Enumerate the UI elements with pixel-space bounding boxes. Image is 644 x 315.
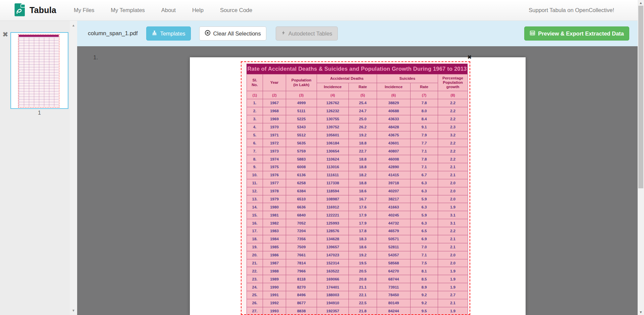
window-scroll-up-icon[interactable]: ▲ xyxy=(638,1,644,5)
window-scrollbar[interactable]: ▲ ▼ xyxy=(638,0,644,315)
thumbnail-selection-overlay xyxy=(18,34,59,108)
templates-button-label: Templates xyxy=(160,30,185,37)
navbar: Tabula My FilesMy TemplatesAboutHelpSour… xyxy=(0,0,644,21)
sidebar-scrollbar[interactable]: ▲ ▼ xyxy=(70,21,77,315)
brand-title: Tabula xyxy=(30,5,56,15)
thumbnail-page-number: 1 xyxy=(10,110,68,116)
nav-item-my-templates[interactable]: My Templates xyxy=(111,7,145,13)
autodetect-tables-label: Autodetect Tables xyxy=(288,30,332,37)
page-1-thumbnail[interactable] xyxy=(10,32,68,109)
tabula-app: Tabula My FilesMy TemplatesAboutHelpSour… xyxy=(0,0,644,315)
pdf-page[interactable]: Rate of Accidental Deaths & Suicides and… xyxy=(190,57,526,315)
lightning-icon xyxy=(281,30,286,37)
stamp-icon xyxy=(152,30,157,37)
brand[interactable]: Tabula xyxy=(14,3,56,18)
autodetect-tables-button[interactable]: Autodetect Tables xyxy=(276,26,338,41)
remove-page-icon[interactable]: ✖ xyxy=(2,31,8,38)
selection-close-icon[interactable]: ✖ xyxy=(467,55,472,60)
sidebar-scroll-down-icon[interactable]: ▼ xyxy=(70,309,77,312)
document-viewport: 1. Rate of Accidental Deaths & Suicides … xyxy=(77,46,644,315)
preview-export-label: Preview & Export Extracted Data xyxy=(538,30,624,37)
clear-all-selections-button[interactable]: Clear All Selections xyxy=(199,26,266,41)
page-thumbnail-sidebar: ✖ 1 ▲ ▼ xyxy=(0,21,77,315)
page-marker: 1. xyxy=(93,54,98,61)
window-scroll-down-icon[interactable]: ▼ xyxy=(638,310,644,314)
thumbnail-table-titlebar xyxy=(19,35,59,37)
nav-item-about[interactable]: About xyxy=(161,7,176,13)
thumbnail-table-grid xyxy=(19,38,59,107)
nav-item-source-code[interactable]: Source Code xyxy=(220,7,252,13)
toolbar: column_span_1.pdf Templates Clear All Se… xyxy=(77,21,644,46)
table-grid-icon xyxy=(530,30,535,37)
sidebar-scroll-up-icon[interactable]: ▲ xyxy=(70,23,77,27)
support-link[interactable]: Support Tabula on OpenCollective! xyxy=(529,7,614,13)
window-scrollbar-thumb[interactable] xyxy=(638,6,643,188)
preview-export-button[interactable]: Preview & Export Extracted Data xyxy=(524,26,629,41)
active-filename: column_span_1.pdf xyxy=(88,30,138,37)
nav-item-help[interactable]: Help xyxy=(192,7,204,13)
nav-item-my-files[interactable]: My Files xyxy=(74,7,94,13)
nav-menu: My FilesMy TemplatesAboutHelpSource Code xyxy=(74,7,252,13)
tabula-logo-icon xyxy=(14,3,25,18)
clear-all-selections-label: Clear All Selections xyxy=(213,30,261,37)
circle-x-icon xyxy=(205,30,211,37)
table-selection-box[interactable] xyxy=(241,61,470,315)
templates-button[interactable]: Templates xyxy=(146,26,191,41)
